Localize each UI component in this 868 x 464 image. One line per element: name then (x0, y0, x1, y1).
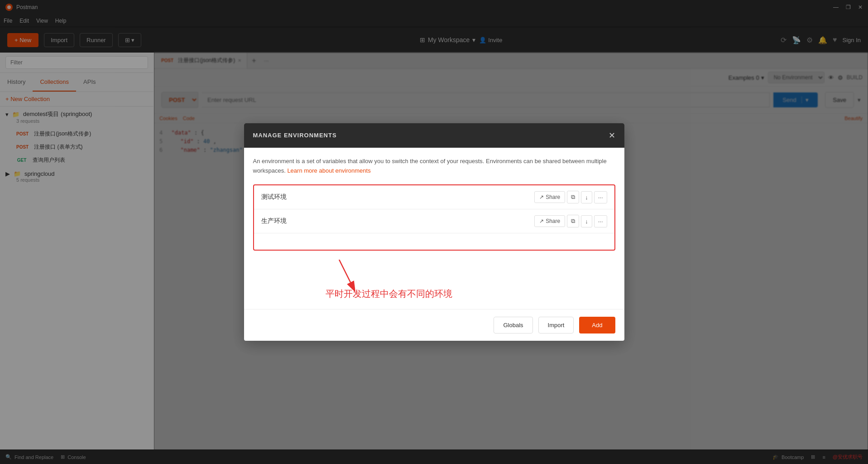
share-test-icon: ↗ (539, 194, 544, 200)
share-prod-icon: ↗ (539, 218, 544, 224)
copy-prod-button[interactable]: ⧉ (567, 215, 579, 227)
annotation-text: 平时开发过程中会有不同的环境 (326, 288, 452, 300)
share-test-label: Share (546, 194, 560, 200)
share-test-button[interactable]: ↗ Share (534, 191, 565, 203)
globals-button[interactable]: Globals (494, 317, 532, 334)
modal-footer: Globals Import Add (244, 309, 624, 341)
share-prod-button[interactable]: ↗ Share (534, 215, 565, 227)
env-row-prod: 生产环境 ↗ Share ⧉ ↓ ··· (254, 209, 614, 233)
env-name-test[interactable]: 测试环境 (261, 193, 535, 201)
annotation-arrow-svg (326, 260, 362, 291)
share-prod-label: Share (546, 218, 560, 224)
env-row-test: 测试环境 ↗ Share ⧉ ↓ ··· (254, 185, 614, 209)
copy-test-button[interactable]: ⧉ (567, 191, 579, 203)
env-row-empty (254, 233, 614, 250)
environment-list: 测试环境 ↗ Share ⧉ ↓ ··· 生产环境 (253, 184, 615, 251)
learn-more-link[interactable]: Learn more about environments (287, 167, 370, 174)
annotation-area: 平时开发过程中会有不同的环境 (326, 260, 615, 300)
modal-body: An environment is a set of variables tha… (244, 148, 624, 309)
modal-close-button[interactable]: ✕ (609, 130, 615, 140)
manage-environments-modal: MANAGE ENVIRONMENTS ✕ An environment is … (244, 123, 624, 341)
more-prod-button[interactable]: ··· (594, 215, 607, 227)
add-button[interactable]: Add (579, 317, 615, 334)
download-test-button[interactable]: ↓ (581, 191, 592, 203)
modal-overlay[interactable]: MANAGE ENVIRONMENTS ✕ An environment is … (0, 0, 868, 464)
modal-header: MANAGE ENVIRONMENTS ✕ (244, 123, 624, 148)
import-button[interactable]: Import (538, 317, 574, 334)
download-prod-button[interactable]: ↓ (581, 215, 592, 227)
modal-title: MANAGE ENVIRONMENTS (253, 132, 337, 139)
env-name-prod[interactable]: 生产环境 (261, 217, 535, 225)
more-test-button[interactable]: ··· (594, 191, 607, 203)
modal-description: An environment is a set of variables tha… (253, 157, 615, 176)
env-actions-prod: ↗ Share ⧉ ↓ ··· (534, 215, 607, 227)
env-actions-test: ↗ Share ⧉ ↓ ··· (534, 191, 607, 203)
